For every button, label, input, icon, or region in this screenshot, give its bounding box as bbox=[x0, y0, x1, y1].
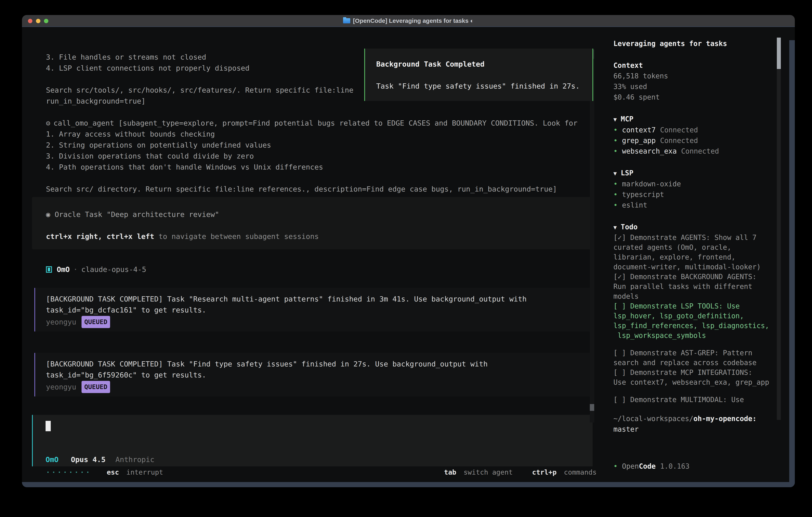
todo-line-active: lsp_find_references, lsp_diagnostics, bbox=[613, 321, 789, 331]
close-window-button[interactable] bbox=[28, 19, 32, 23]
chevron-down-icon: ▼ bbox=[613, 116, 617, 123]
sidebar-scrollbar-thumb[interactable] bbox=[777, 37, 781, 69]
app-name-dim: Open bbox=[622, 461, 639, 472]
oracle-task-title-row: ◉ Oracle Task "Deep architecture review" bbox=[46, 209, 219, 220]
todo-line: search and replace across codebase bbox=[613, 358, 789, 368]
lsp-item: •typescript bbox=[613, 189, 789, 200]
workspace-section: ~/local-workspaces/oh-my-opencode: maste… bbox=[613, 413, 789, 435]
todo-line: models bbox=[613, 292, 789, 301]
agent-header-line: OmO · claude-opus-4-5 bbox=[46, 264, 146, 275]
esc-key-action: interrupt bbox=[126, 468, 163, 476]
scrollback-line: 3. File handles or streams not closed bbox=[46, 52, 206, 62]
window-bottom-gutter bbox=[22, 482, 795, 487]
todo-line: document-writer, multimodal-looker) bbox=[613, 262, 789, 272]
input-provider-label: Anthropic bbox=[115, 456, 154, 464]
tool-call-item: 2. String operations on potentially unde… bbox=[46, 140, 271, 151]
hint-shortcut-left: ctrl+x left bbox=[107, 232, 154, 241]
session-title: Leveraging agents for tasks bbox=[613, 38, 789, 49]
lsp-name: eslint bbox=[622, 200, 647, 211]
agent-model: claude-opus-4-5 bbox=[81, 264, 146, 275]
context-section: Context 66,518 tokens 33% used $0.46 spe… bbox=[613, 60, 789, 103]
scrollback-line: 4. LSP client connections not properly d… bbox=[46, 62, 250, 74]
queued-status-badge: QUEUED bbox=[82, 316, 110, 328]
working-dots-indicator: ········ bbox=[46, 468, 91, 476]
todo-line: [ ] Demonstrate MULTIMODAL: Use bbox=[613, 395, 789, 405]
todo-line: librarian, explore, frontend, bbox=[613, 252, 789, 262]
titlebar[interactable]: [OpenCode] Leveraging agents for tasks ◐ bbox=[22, 15, 795, 27]
todo-line: [✓] Demonstrate BACKGROUND AGENTS: bbox=[613, 272, 789, 282]
todo-line-active: [ ] Demonstrate LSP TOOLS: Use bbox=[613, 301, 789, 311]
sidebar-scrollbar[interactable] bbox=[777, 37, 781, 420]
task-message-line1: [BACKGROUND TASK COMPLETED] Task "Resear… bbox=[46, 294, 527, 304]
lsp-name: markdown-oxide bbox=[622, 179, 681, 189]
window-title: [OpenCode] Leveraging agents for tasks ◐ bbox=[353, 18, 474, 24]
chat-scrollbar[interactable] bbox=[590, 50, 594, 423]
ctrlp-key-action: commands bbox=[564, 468, 597, 476]
prompt-input[interactable]: OmO Opus 4.5 Anthropic bbox=[32, 415, 592, 466]
mcp-header-label: MCP bbox=[621, 115, 633, 123]
mcp-section-header[interactable]: ▼MCP bbox=[613, 114, 789, 125]
window-title-group: [OpenCode] Leveraging agents for tasks ◐ bbox=[343, 18, 474, 24]
traffic-lights bbox=[28, 15, 48, 27]
scrollback-line: run_in_background=true] bbox=[46, 96, 146, 107]
background-task-toast[interactable]: Background Task Completed Task "Find typ… bbox=[364, 49, 593, 101]
workspace-name: oh-my-opencode: bbox=[693, 415, 756, 423]
chat-main-area: 3. File handles or streams not closed 4.… bbox=[22, 28, 601, 487]
mcp-item: •grep_appConnected bbox=[613, 135, 789, 146]
context-spent: $0.46 spent bbox=[613, 92, 789, 103]
mcp-item: •websearch_exaConnected bbox=[613, 146, 789, 157]
input-footer: OmO Opus 4.5 Anthropic bbox=[46, 454, 154, 465]
chevron-down-icon: ▼ bbox=[613, 170, 617, 177]
tool-call-footer: Search src/ directory. Return specific f… bbox=[46, 184, 557, 194]
esc-key-hint: esc bbox=[107, 468, 119, 476]
background-task-message[interactable]: [BACKGROUND TASK COMPLETED] Task "Resear… bbox=[34, 288, 592, 331]
mcp-item: •context7Connected bbox=[613, 125, 789, 135]
todo-line: Use context7, websearch_exa, grep_app bbox=[613, 377, 789, 387]
lsp-section-header[interactable]: ▼LSP bbox=[613, 168, 789, 179]
oracle-task-hint: ctrl+x right, ctrl+x left to navigate be… bbox=[46, 231, 319, 242]
input-agent-label[interactable]: OmO bbox=[46, 456, 59, 464]
app-version: 1.0.163 bbox=[660, 461, 690, 472]
scrollback-line: Search src/tools/, src/hooks/, src/featu… bbox=[46, 85, 353, 96]
lsp-header-label: LSP bbox=[621, 169, 633, 177]
text-cursor bbox=[46, 421, 51, 431]
window-content: 3. File handles or streams not closed 4.… bbox=[22, 28, 795, 487]
lsp-section: ▼LSP •markdown-oxide •typescript •eslint bbox=[613, 168, 789, 211]
window-right-gutter bbox=[789, 40, 795, 487]
todo-line: Run parallel tasks with different bbox=[613, 282, 789, 292]
task-message-line2: task_id="bg_dcfac161" to get results. bbox=[46, 304, 206, 316]
status-dot-icon: • bbox=[613, 200, 617, 211]
task-message-line1: [BACKGROUND TASK COMPLETED] Task "Find t… bbox=[46, 358, 488, 370]
zoom-window-button[interactable] bbox=[44, 19, 48, 23]
tab-key-hint: tab bbox=[444, 468, 456, 476]
input-model-label[interactable]: Opus 4.5 bbox=[71, 456, 106, 464]
todo-gap bbox=[613, 387, 789, 395]
task-message-line2: task_id="bg_6f59260c" to get results. bbox=[46, 370, 206, 380]
status-bar: ········ esc interrupt tab switch agent … bbox=[46, 467, 597, 478]
agent-name: OmO bbox=[57, 264, 70, 275]
oracle-task-title: Oracle Task "Deep architecture review" bbox=[55, 210, 219, 219]
todo-line: curated agents (OmO, oracle, bbox=[613, 243, 789, 252]
agent-checkbox-icon bbox=[46, 266, 52, 273]
todo-gap bbox=[613, 341, 789, 348]
chat-scrollbar-thumb[interactable] bbox=[590, 404, 594, 411]
separator-dot: · bbox=[73, 264, 78, 275]
task-user: yeongyu bbox=[46, 317, 76, 327]
oracle-task-panel[interactable]: ◉ Oracle Task "Deep architecture review"… bbox=[32, 197, 593, 249]
todo-section-header[interactable]: ▼Todo bbox=[613, 222, 789, 233]
background-task-message[interactable]: [BACKGROUND TASK COMPLETED] Task "Find t… bbox=[34, 353, 592, 397]
task-message-meta: yeongyu QUEUED bbox=[46, 316, 110, 328]
mcp-status: Connected bbox=[660, 135, 698, 146]
task-message-meta: yeongyu QUEUED bbox=[46, 381, 110, 393]
hint-shortcut-right: ctrl+x right, bbox=[46, 232, 102, 241]
task-user: yeongyu bbox=[46, 381, 76, 392]
status-dot-icon: • bbox=[613, 189, 617, 200]
status-dot-icon: • bbox=[613, 461, 617, 472]
chevron-down-icon: ▼ bbox=[613, 224, 617, 231]
lsp-item: •markdown-oxide bbox=[613, 179, 789, 189]
opencode-terminal-window: [OpenCode] Leveraging agents for tasks ◐… bbox=[22, 15, 795, 487]
toast-body: Task "Find type safety issues" finished … bbox=[376, 81, 580, 91]
status-dot-icon: • bbox=[613, 146, 617, 157]
minimize-window-button[interactable] bbox=[36, 19, 40, 23]
mcp-section: ▼MCP •context7Connected •grep_appConnect… bbox=[613, 114, 789, 157]
